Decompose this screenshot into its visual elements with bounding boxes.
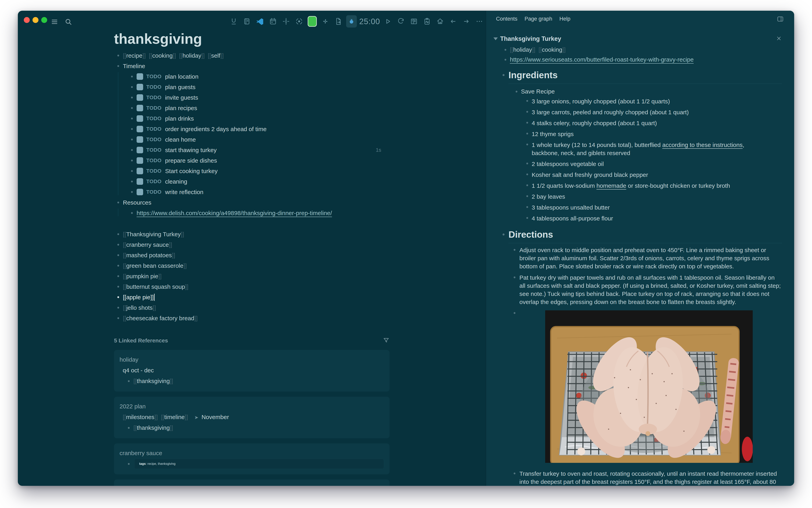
reference-page-title[interactable]: cranberry sauce: [120, 448, 384, 459]
page-link-item[interactable]: [[jello shots]]: [114, 302, 390, 313]
todo-text[interactable]: order ingredients 2 days ahead of time: [165, 126, 267, 132]
page-link-item[interactable]: [[Thanksgiving Turkey]]: [114, 229, 390, 240]
todo-item[interactable]: TODOstart thawing turkey1s: [114, 145, 390, 155]
toggle-right-sidebar-icon[interactable]: [777, 15, 784, 24]
todo-item[interactable]: TODOplan location: [114, 71, 390, 82]
page-link-item[interactable]: [[butternut squash soup]]: [114, 282, 390, 292]
bullet[interactable]: [131, 212, 133, 214]
collapse-icon[interactable]: [494, 37, 498, 40]
todo-status-label[interactable]: TODO: [146, 116, 162, 122]
todo-text[interactable]: plan guests: [165, 84, 195, 90]
todo-checkbox[interactable]: [137, 189, 143, 195]
bullet[interactable]: [131, 118, 133, 119]
bullet[interactable]: [131, 86, 133, 88]
reference-row[interactable]: [[thanksgiving]]: [120, 422, 384, 433]
bullet[interactable]: [117, 202, 119, 203]
filter-icon[interactable]: [383, 337, 390, 344]
todo-item[interactable]: TODOplan recipes: [114, 103, 390, 113]
page-ref[interactable]: [[holiday]]: [179, 52, 204, 59]
todo-checkbox[interactable]: [137, 105, 143, 111]
todo-status-label[interactable]: TODO: [146, 136, 162, 142]
todo-item[interactable]: TODOinvite guests: [114, 92, 390, 103]
reference-page-title[interactable]: holiday: [120, 354, 384, 365]
todo-checkbox[interactable]: [137, 136, 143, 143]
ingredient-item[interactable]: 3 large onions, roughly chopped (about 1…: [494, 97, 782, 105]
ingredient-item[interactable]: 3 large carrots, peeled and roughly chop…: [494, 108, 782, 116]
page-ref[interactable]: [[butternut squash soup]]: [123, 284, 188, 290]
linked-reference-card[interactable]: cranberry saucetags: recipe, thanksgivin…: [114, 443, 390, 474]
todo-item[interactable]: TODOplan guests: [114, 82, 390, 92]
bullet[interactable]: [128, 380, 130, 382]
ingredient-item[interactable]: 1 1/2 quarts low-sodium homemade or stor…: [494, 182, 782, 190]
bullet[interactable]: [526, 133, 528, 134]
bullet[interactable]: [526, 195, 528, 197]
todo-status-label[interactable]: TODO: [146, 158, 162, 164]
todo-item[interactable]: TODOStart cooking turkey: [114, 166, 390, 176]
page-ref[interactable]: [[thanksgiving]]: [133, 424, 173, 431]
todo-text[interactable]: write reflection: [165, 189, 203, 196]
todo-text[interactable]: invite guests: [165, 94, 198, 101]
resource-url-link[interactable]: https://www.delish.com/cooking/a49898/th…: [137, 210, 332, 216]
bullet[interactable]: [514, 277, 515, 278]
todo-status-label[interactable]: TODO: [146, 147, 162, 153]
reference-row[interactable]: q4 oct - dec: [120, 365, 384, 376]
todo-checkbox[interactable]: [137, 73, 143, 80]
todo-text[interactable]: clean home: [165, 136, 196, 143]
page-link-item[interactable]: [[cheesecake factory bread]]: [114, 313, 390, 324]
nav-page-graph[interactable]: Page graph: [525, 16, 552, 22]
reference-page-title[interactable]: 2022 plan: [120, 401, 384, 412]
bullet[interactable]: [526, 184, 528, 186]
bullet[interactable]: [503, 74, 505, 76]
page-ref[interactable]: [[mashed potatoes]]: [123, 252, 175, 259]
todo-text[interactable]: cleaning: [165, 178, 187, 185]
todo-item[interactable]: TODOwrite reflection: [114, 187, 390, 197]
bullet[interactable]: [117, 265, 119, 266]
bullet[interactable]: [505, 49, 506, 51]
todo-item[interactable]: TODOprepare side dishes: [114, 155, 390, 166]
bullet[interactable]: [131, 191, 133, 193]
todo-item[interactable]: TODOcleaning: [114, 176, 390, 187]
bullet[interactable]: [131, 97, 133, 98]
ingredient-item[interactable]: 12 thyme sprigs: [494, 130, 782, 138]
todo-text[interactable]: plan drinks: [165, 115, 194, 122]
breadcrumb-tail[interactable]: November: [202, 414, 229, 420]
bullet[interactable]: [131, 107, 133, 109]
bullet[interactable]: [117, 286, 119, 288]
bullet[interactable]: [131, 160, 133, 161]
todo-text[interactable]: plan recipes: [165, 105, 197, 112]
bullet[interactable]: [128, 427, 130, 429]
page-ref[interactable]: [[cooking]]: [538, 46, 566, 53]
todo-text[interactable]: start thawing turkey: [165, 147, 217, 154]
bullet[interactable]: [131, 128, 133, 130]
timeline-block[interactable]: Timeline: [114, 61, 390, 71]
page-link-item[interactable]: [[pumpkin pie]]: [114, 271, 390, 282]
bullet[interactable]: [131, 170, 133, 172]
ingredient-item[interactable]: Kosher salt and freshly ground black pep…: [494, 171, 782, 179]
bullet[interactable]: [526, 173, 528, 175]
nav-help[interactable]: Help: [559, 16, 571, 22]
todo-checkbox[interactable]: [137, 178, 143, 185]
todo-status-label[interactable]: TODO: [146, 74, 162, 80]
reference-row[interactable]: tags: recipe, thanksgiving: [120, 459, 384, 469]
page-link-item[interactable]: [[green bean casserole]]: [114, 260, 390, 271]
todo-text[interactable]: Start cooking turkey: [165, 168, 218, 174]
bullet[interactable]: [117, 254, 119, 256]
ingredient-item[interactable]: 2 bay leaves: [494, 193, 782, 201]
page-ref[interactable]: [[thanksgiving]]: [133, 378, 173, 384]
ingredient-item[interactable]: 3 tablespoons unsalted butter: [494, 203, 782, 212]
ingredient-item[interactable]: 2 tablespoons vegetable oil: [494, 160, 782, 168]
bullet[interactable]: [117, 233, 119, 235]
page-ref[interactable]: [[cranberry sauce]]: [123, 242, 172, 248]
recipe-url-link[interactable]: https://www.seriouseats.com/butterfiled-…: [510, 56, 694, 63]
inline-link[interactable]: homemade: [596, 182, 626, 189]
page-ref-editing[interactable]: [[apple pie]]: [123, 294, 154, 301]
resources-block[interactable]: Resources: [114, 197, 390, 208]
todo-status-label[interactable]: TODO: [146, 168, 162, 174]
bullet[interactable]: [526, 100, 528, 102]
bullet[interactable]: [526, 111, 528, 113]
todo-checkbox[interactable]: [137, 94, 143, 101]
bullet[interactable]: [526, 122, 528, 124]
bullet[interactable]: [526, 143, 528, 145]
todo-checkbox[interactable]: [137, 84, 143, 90]
bullet[interactable]: [128, 463, 130, 465]
